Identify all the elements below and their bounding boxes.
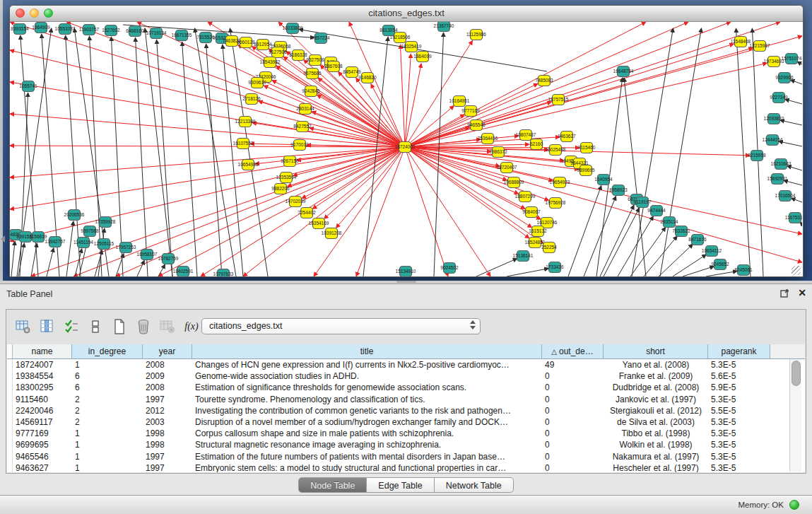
- row-height-icon[interactable]: [86, 317, 105, 336]
- graph-node[interactable]: 1864099: [413, 52, 432, 62]
- graph-node[interactable]: 10719134: [146, 28, 167, 39]
- graph-node[interactable]: 9463627: [558, 132, 576, 142]
- graph-node[interactable]: 12213389: [235, 117, 256, 127]
- graph-node[interactable]: 17016504: [775, 191, 796, 201]
- citation-network-graph[interactable]: 8393154196490910553287119037571527602646…: [10, 22, 802, 276]
- table-row[interactable]: 1872400712008Changes of HCN gene express…: [7, 359, 805, 370]
- graph-node[interactable]: 252254: [541, 243, 557, 253]
- graph-node[interactable]: 17359928: [95, 217, 116, 228]
- graph-node[interactable]: 12093832: [764, 114, 784, 124]
- scrollbar-thumb[interactable]: [792, 361, 801, 386]
- graph-node[interactable]: 10797633: [213, 269, 234, 277]
- table-row[interactable]: 1830029562008Estimation of significance …: [7, 382, 805, 393]
- graph-node[interactable]: 8427552: [293, 122, 312, 132]
- destroy-table-icon[interactable]: [158, 317, 177, 336]
- graph-node[interactable]: 11548408: [731, 37, 751, 47]
- graph-node[interactable]: 13942757: [45, 237, 66, 247]
- column-header-name[interactable]: name: [13, 344, 72, 358]
- graph-node[interactable]: 9024502: [440, 263, 459, 274]
- graph-node[interactable]: 15692931: [767, 174, 788, 185]
- graph-node[interactable]: 8186328: [289, 50, 307, 61]
- graph-node[interactable]: 19756928: [546, 198, 566, 209]
- float-panel-icon[interactable]: [780, 288, 789, 298]
- network-window-titlebar[interactable]: citations_edges.txt: [10, 6, 803, 22]
- graph-node[interactable]: 8215958: [748, 151, 766, 161]
- graph-node[interactable]: 1055741: [19, 81, 37, 92]
- graph-node[interactable]: 15134910: [396, 267, 416, 277]
- panel-collapse-arrow[interactable]: [1, 235, 5, 243]
- graph-node[interactable]: 16782759: [158, 254, 179, 264]
- column-header-short[interactable]: short: [604, 344, 708, 358]
- select-columns-icon[interactable]: [37, 317, 57, 336]
- graph-node[interactable]: 12505115: [94, 239, 114, 250]
- graph-node[interactable]: 11675310: [785, 213, 802, 223]
- column-header-year[interactable]: year: [143, 344, 192, 358]
- graph-node[interactable]: 16107553: [233, 139, 254, 149]
- graph-node[interactable]: 9245652: [711, 259, 729, 270]
- tab-network-table[interactable]: Network Table: [435, 477, 514, 493]
- network-canvas[interactable]: 8393154196490910553287119037571527602646…: [10, 22, 802, 276]
- graph-node[interactable]: 62160: [530, 139, 543, 150]
- graph-node[interactable]: 10553287: [55, 24, 76, 35]
- select-rows-icon[interactable]: [61, 317, 81, 336]
- table-row[interactable]: 2242004622012Investigating the contribut…: [7, 405, 805, 416]
- graph-node[interactable]: 16648784: [613, 66, 634, 77]
- graph-node[interactable]: 12444154: [763, 135, 783, 146]
- graph-node[interactable]: 19654923: [550, 177, 570, 188]
- tab-node-table[interactable]: Node Table: [298, 477, 367, 493]
- graph-node[interactable]: 10391208: [322, 228, 342, 239]
- graph-node[interactable]: 18757515: [548, 95, 569, 105]
- graph-node[interactable]: 7254402: [298, 208, 316, 218]
- close-panel-icon[interactable]: ✕: [798, 288, 806, 298]
- divider-handle[interactable]: [396, 281, 416, 283]
- table-row[interactable]: 969969511998Structural magnetic resonanc…: [7, 439, 805, 450]
- graph-node[interactable]: 16033809: [283, 23, 303, 34]
- table-row[interactable]: 1456911722003Disruption of a novel membe…: [7, 416, 805, 428]
- table-row[interactable]: 977716911998Corpus callosum shape and si…: [7, 428, 805, 439]
- graph-node[interactable]: 7632621: [672, 226, 690, 237]
- graph-node[interactable]: 8393154: [11, 24, 29, 35]
- graph-node[interactable]: 10025488: [546, 145, 566, 156]
- graph-node[interactable]: 9397588: [81, 226, 99, 237]
- graph-node[interactable]: 18402591: [173, 267, 194, 277]
- function-builder-icon[interactable]: f(x): [182, 317, 201, 336]
- graph-node[interactable]: 7815526: [196, 33, 215, 43]
- graph-node[interactable]: 18807299: [515, 192, 536, 202]
- table-row[interactable]: 1938455462009Genome-wide association stu…: [7, 370, 805, 382]
- graph-node[interactable]: 7485083: [535, 76, 553, 86]
- graph-node[interactable]: 11125986: [466, 30, 486, 40]
- graph-node[interactable]: 20206536: [64, 210, 85, 221]
- graph-node[interactable]: 9084067: [522, 207, 541, 218]
- graph-node[interactable]: 6466160: [126, 26, 144, 37]
- table-settings-icon[interactable]: [13, 317, 33, 336]
- table-row[interactable]: 946554611997Estimation of the future num…: [7, 451, 805, 462]
- graph-node[interactable]: 2718126: [242, 94, 261, 105]
- table-row[interactable]: 911546021997Tourette syndrome. Phenomeno…: [7, 394, 805, 405]
- column-header-out_degree[interactable]: △out_de…: [542, 344, 604, 358]
- graph-node[interactable]: 15136141: [513, 251, 534, 262]
- graph-node[interactable]: 8912954: [254, 40, 272, 50]
- column-header-title[interactable]: title: [192, 344, 542, 358]
- graph-node[interactable]: 9329966: [775, 73, 794, 83]
- graph-node[interactable]: 10688809: [504, 177, 524, 188]
- graph-node[interactable]: 1964909: [32, 23, 50, 33]
- graph-node[interactable]: 10654985: [238, 160, 259, 170]
- graph-node[interactable]: 9327508: [306, 55, 324, 66]
- delete-table-icon[interactable]: [134, 317, 153, 336]
- graph-node[interactable]: 9146820: [358, 73, 377, 83]
- graph-node[interactable]: 16210643: [771, 159, 792, 170]
- table-row[interactable]: 946362711997Embryonic stem cells: a mode…: [7, 462, 805, 472]
- graph-node[interactable]: 11903757: [79, 25, 100, 35]
- table-selector[interactable]: citations_edges.txt: [201, 318, 481, 334]
- graph-node[interactable]: 9474444: [647, 206, 666, 216]
- graph-node[interactable]: 8958923: [609, 185, 628, 196]
- graph-node[interactable]: 10654112: [702, 246, 722, 257]
- graph-node[interactable]: 1527602: [102, 25, 120, 36]
- graph-node[interactable]: 16354169: [309, 218, 329, 229]
- graph-node[interactable]: 1640954: [594, 175, 613, 185]
- graph-node[interactable]: 10164951: [449, 96, 470, 107]
- tab-edge-table[interactable]: Edge Table: [367, 477, 434, 493]
- graph-node[interactable]: 9227349: [770, 93, 788, 103]
- graph-node[interactable]: 9267150: [281, 156, 299, 167]
- graph-node[interactable]: 8471676: [688, 235, 707, 245]
